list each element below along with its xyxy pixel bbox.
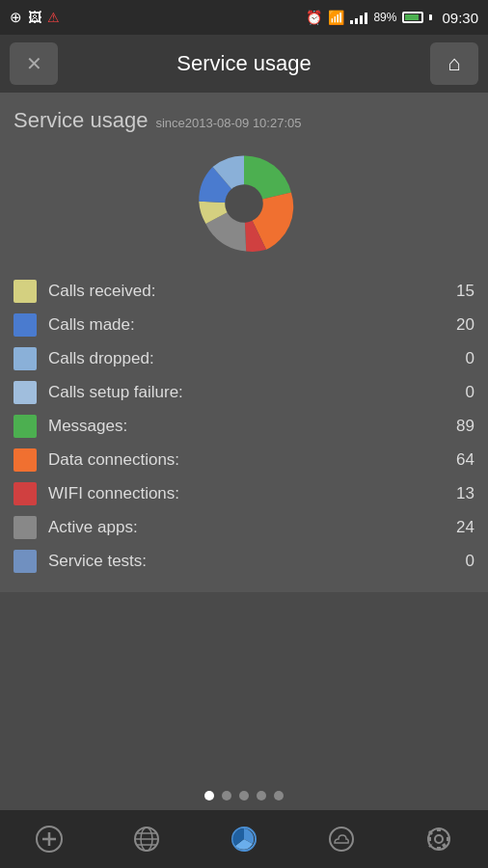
status-bar: ⊕ 🖼 ⚠ ⏰ 📶 89% 09:30 [0,0,488,35]
top-nav: ✕ Service usage ⌂ [0,35,488,93]
value-messages: 89 [446,417,474,436]
value-calls-dropped: 0 [446,349,474,368]
stat-row-calls-setup: Calls setup failure: 0 [14,377,474,408]
bottom-nav-cloud[interactable] [317,815,366,863]
label-calls-made: Calls made: [48,315,446,335]
pie-chart [191,150,297,257]
color-active-apps [14,516,37,539]
section-header: Service usage since2013-08-09 10:27:05 [14,108,474,133]
color-messages [14,415,37,438]
color-calls-setup [14,381,37,404]
label-calls-dropped: Calls dropped: [48,349,446,368]
chart-container [14,150,474,257]
crosshair-icon: ⊕ [10,9,22,26]
label-messages: Messages: [48,417,446,436]
value-calls-received: 15 [446,282,474,301]
pagination-dots [0,791,488,800]
color-calls-made [14,313,37,337]
globe-icon [132,825,161,854]
dot-5[interactable] [274,791,284,800]
color-wifi [14,482,37,505]
color-calls-dropped [14,347,37,370]
label-calls-received: Calls received: [48,282,446,301]
stat-row-calls-received: Calls received: 15 [14,276,474,307]
bottom-nav-globe[interactable] [122,815,171,863]
battery-icon [402,12,423,23]
stat-row-wifi: WIFI connections: 13 [14,478,474,509]
svg-point-9 [330,827,353,851]
signal-bars [350,11,367,24]
image-icon: 🖼 [28,10,41,25]
stats-list: Calls received: 15 Calls made: 20 Calls … [14,276,474,577]
value-active-apps: 24 [446,518,474,537]
dot-4[interactable] [257,791,266,800]
home-button[interactable]: ⌂ [430,42,478,85]
stat-row-calls-dropped: Calls dropped: 0 [14,343,474,374]
label-service-tests: Service tests: [48,552,446,571]
status-left-icons: ⊕ 🖼 ⚠ [10,9,60,26]
color-data-connections [14,448,37,472]
dot-3[interactable] [239,791,249,800]
battery-tip [429,14,432,20]
value-data-connections: 64 [446,450,474,470]
bottom-nav-plus[interactable] [25,815,73,863]
bottom-nav-chart[interactable] [220,815,268,863]
color-calls-received [14,280,37,303]
label-active-apps: Active apps: [48,518,446,537]
svg-point-10 [435,835,443,843]
plus-icon [35,825,64,854]
bottom-nav [0,810,488,868]
main-content: Service usage since2013-08-09 10:27:05 [0,93,488,592]
dot-1[interactable] [204,791,214,800]
bottom-nav-gear[interactable] [415,815,463,863]
cloud-icon [327,825,356,854]
section-title: Service usage [14,108,148,133]
value-calls-made: 20 [446,315,474,335]
status-time: 09:30 [442,10,478,26]
back-button[interactable]: ✕ [10,42,58,85]
label-calls-setup: Calls setup failure: [48,383,446,402]
gear-icon [424,825,453,854]
value-calls-setup: 0 [446,383,474,402]
pie-center [225,184,263,223]
status-right-icons: ⏰ 📶 89% 09:30 [306,10,478,26]
alarm-icon: ⏰ [306,10,322,25]
wifi-icon: 📶 [328,10,344,25]
back-icon: ✕ [26,52,42,75]
chart-icon [230,825,258,854]
stat-row-calls-made: Calls made: 20 [14,310,474,340]
label-data-connections: Data connections: [48,450,446,470]
value-wifi: 13 [446,484,474,503]
label-wifi: WIFI connections: [48,484,446,503]
stat-row-messages: Messages: 89 [14,411,474,442]
value-service-tests: 0 [446,552,474,571]
section-since: since2013-08-09 10:27:05 [155,116,301,130]
stat-row-active-apps: Active apps: 24 [14,512,474,543]
warning-icon: ⚠ [47,10,60,25]
page-title: Service usage [176,51,311,76]
battery-percent: 89% [373,11,396,24]
dot-2[interactable] [222,791,231,800]
stat-row-service-tests: Service tests: 0 [14,546,474,577]
color-service-tests [14,550,37,573]
home-icon: ⌂ [447,51,460,76]
stat-row-data-connections: Data connections: 64 [14,445,474,475]
